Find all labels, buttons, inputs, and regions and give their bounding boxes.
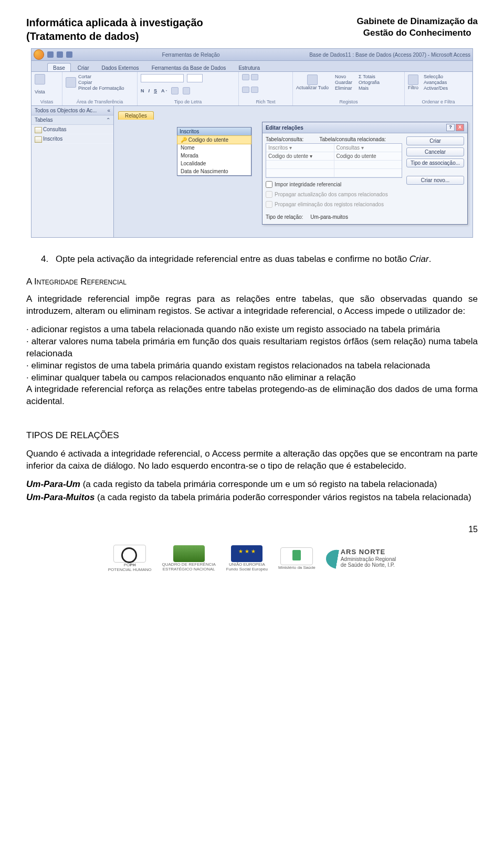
mais-button[interactable]: Mais (359, 86, 380, 91)
value-reltype: Um-para-muitos (310, 214, 348, 220)
logo-poph: POPH POTENCIAL HUMANO (108, 545, 152, 572)
ribbon-body: Vista Vistas Cortar Copiar Pincel de For… (32, 72, 472, 106)
list-icon[interactable] (242, 74, 249, 80)
checkbox-cascade-update: Propagar actualização dos campos relacio… (266, 191, 402, 198)
quick-access-toolbar[interactable] (47, 51, 72, 58)
checkbox-integrity[interactable]: Impor integridade referencial (266, 181, 402, 188)
tab-criar[interactable]: Criar (72, 63, 95, 71)
criar-button[interactable]: Criar (406, 136, 464, 145)
activar-button[interactable]: Activar/Des (424, 86, 448, 91)
guardar-button[interactable]: Guardar (335, 80, 352, 85)
bullet: · alterar valores numa tabela primária e… (26, 336, 478, 360)
group-richtext-label: Rich Text (242, 99, 289, 104)
edit-relationships-dialog: Editar relações ? X Tabela/consulta: Tab… (262, 122, 468, 225)
org-line1: Gabinete de Dinamização da (356, 16, 478, 27)
actualizar-label: Actualizar Tudo (296, 85, 329, 90)
section-heading-integridade: A Integridade Referencial (26, 276, 478, 288)
step-text: Opte pela activação da integridade refer… (56, 253, 431, 266)
combo-table-left[interactable]: Inscritos ▾ (266, 144, 334, 152)
filtro-label: Filtro (408, 85, 418, 90)
vista-label: Vista (35, 89, 59, 94)
canvas-tab-relacoes[interactable]: Relações (118, 111, 154, 120)
navpane-header[interactable]: Todos os Objectos do Ac...« (32, 106, 113, 115)
step-number: 4. (41, 253, 51, 266)
logo-eu: UNIÃO EUROPEIA Fundo Social Europeu (226, 545, 268, 571)
label-related-table: Tabela/consulta relacionada: (319, 136, 386, 142)
tab-ferramentas-bd[interactable]: Ferramentas da Base de Dados (146, 63, 232, 71)
italic-button[interactable]: I (149, 88, 150, 93)
logo-ministerio: Ministério da Saúde (278, 547, 316, 570)
seleccao-button[interactable]: Selecção (424, 74, 448, 79)
footer-logos: POPH POTENCIAL HUMANO QUADRO DE REFERÊNC… (26, 545, 478, 583)
window-title-center: Ferramentas de Relação (72, 52, 309, 58)
paragraph: Um-Para-Um (a cada registo da tabela pri… (26, 479, 478, 491)
criar-novo-button[interactable]: Criar novo... (406, 176, 464, 185)
logo-ars-norte: ARS NORTE Administração Regional de Saúd… (326, 548, 396, 568)
paragraph: A integridade referencial reforça as rel… (26, 384, 478, 408)
paragraph: Quando é activada a integridade referenc… (26, 448, 478, 472)
gridlines-icon[interactable] (183, 87, 190, 94)
copiar-button[interactable]: Copiar (78, 80, 124, 85)
bullet: · eliminar registos de uma tabela primár… (26, 360, 478, 372)
navigation-pane: Todos os Objectos do Ac...« Tabelas ⌃ Co… (32, 106, 114, 237)
pincel-button[interactable]: Pincel de Formatação (78, 86, 124, 91)
tablebox-row[interactable]: Localidade (177, 160, 251, 167)
novo-button[interactable]: Novo (335, 74, 352, 79)
window-title-bar: Ferramentas de Relação Base de Dados11 :… (32, 49, 472, 61)
indent-icon[interactable] (242, 87, 249, 93)
doc-title-line2: (Tratamento de dados) (26, 29, 203, 43)
vista-icon[interactable] (35, 74, 45, 84)
page-number: 15 (26, 525, 478, 534)
org-line2: Gestão do Conhecimento (356, 27, 478, 39)
field-right[interactable]: Codigo do utente (334, 152, 402, 160)
office-button-icon[interactable] (34, 49, 44, 60)
navpane-item-inscritos[interactable]: Inscritos (32, 134, 113, 144)
tab-estrutura[interactable]: Estrutura (233, 63, 266, 71)
access-screenshot: Ferramentas de Relação Base de Dados11 :… (31, 48, 473, 238)
cortar-button[interactable]: Cortar (78, 74, 124, 79)
doc-title-line1: Informática aplicada à investigação (26, 16, 203, 29)
tablebox-row[interactable]: 🔑 Codigo do utente (177, 135, 251, 144)
dialog-title: Editar relações (266, 125, 303, 131)
combo-table-right[interactable]: Consultas ▾ (334, 144, 402, 152)
checkbox-cascade-delete: Propagar eliminação dos registos relacio… (266, 201, 402, 208)
underline-button[interactable]: S (154, 88, 157, 93)
navpane-section-tabelas[interactable]: Tabelas ⌃ (32, 115, 113, 125)
outdent-icon[interactable] (251, 87, 258, 93)
cancelar-button[interactable]: Cancelar (406, 147, 464, 156)
group-registos-label: Registos (296, 99, 401, 104)
ortografia-button[interactable]: Ortografia (359, 80, 380, 85)
tablebox-row[interactable]: Data de Nascimento (177, 167, 251, 175)
help-button[interactable]: ? (446, 124, 455, 131)
label-table: Tabela/consulta: (266, 136, 303, 142)
numlist-icon[interactable] (251, 74, 258, 80)
navpane-item-consultas[interactable]: Consultas (32, 125, 113, 134)
filtro-icon[interactable] (408, 75, 418, 85)
window-title-right: Base de Dados11 : Base de Dados (Access … (309, 52, 470, 58)
field-left[interactable]: Codigo do utente ▾ (266, 152, 334, 160)
tipo-associacao-button[interactable]: Tipo de associação... (406, 158, 464, 167)
paragraph: A integridade referencial impõe regras p… (26, 293, 478, 317)
totais-button[interactable]: Σ Totais (359, 74, 380, 79)
tab-base[interactable]: Base (47, 63, 71, 71)
group-transfer-label: Área de Transferência (66, 99, 134, 104)
tablebox-title: Inscritos (177, 128, 251, 136)
bullet: · adicionar registos a uma tabela relaci… (26, 324, 478, 336)
logo-qren: QUADRO DE REFERÊNCIA ESTRATÉGICO NACIONA… (162, 545, 216, 571)
avancadas-button[interactable]: Avançadas (424, 80, 448, 85)
fill-color-icon[interactable] (171, 87, 178, 94)
tablebox-row[interactable]: Morada (177, 152, 251, 160)
group-vistas-label: Vistas (35, 99, 59, 104)
actualizar-icon[interactable] (307, 75, 318, 85)
bold-button[interactable]: N (141, 88, 144, 93)
colar-icon[interactable] (66, 77, 76, 88)
tablebox-row[interactable]: Nome (177, 144, 251, 152)
section-heading-tipos: TIPOS DE RELAÇÕES (26, 430, 478, 442)
eliminar-button[interactable]: Eliminar (335, 86, 352, 91)
tab-dados-externos[interactable]: Dados Externos (96, 63, 144, 71)
table-field-list[interactable]: Inscritos 🔑 Codigo do utente Nome Morada… (177, 127, 251, 176)
relationships-canvas: Relações Inscritos 🔑 Codigo do utente No… (114, 106, 472, 237)
group-tipoletra-label: Tipo de Letra (141, 99, 235, 104)
group-filtro-label: Ordenar e Filtra (408, 99, 469, 104)
close-button[interactable]: X (456, 124, 464, 131)
